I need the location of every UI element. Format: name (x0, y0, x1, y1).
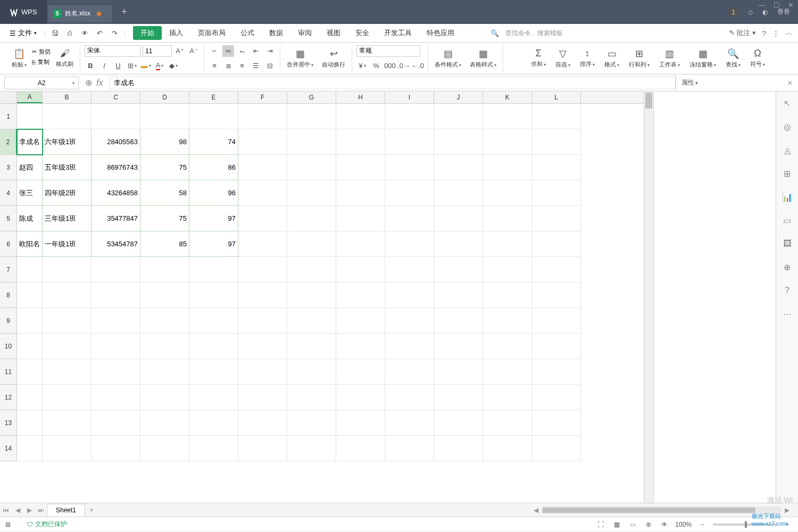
font-color-button[interactable]: A (154, 60, 165, 72)
cell-A5[interactable]: 陈成 (17, 206, 43, 231)
cell-A1[interactable] (17, 104, 43, 129)
merge-center-button[interactable]: ▦合并居中 (285, 48, 315, 69)
column-header-J[interactable]: J (434, 92, 483, 103)
cell-J7[interactable] (434, 257, 483, 282)
more-tools-icon[interactable]: ⋯ (781, 307, 794, 320)
status-mode-icon[interactable]: ⊞ (5, 521, 11, 528)
cell-L13[interactable] (532, 410, 581, 436)
cell-I13[interactable] (385, 410, 434, 436)
freeze-panes-button[interactable]: ▦冻结窗格 (687, 48, 718, 69)
save-icon[interactable]: 🖫 (49, 27, 61, 39)
zoom-value[interactable]: 100% (675, 521, 692, 528)
cell-K4[interactable] (483, 180, 532, 206)
annotate-button[interactable]: ✎ 批注 ▾ (729, 28, 756, 38)
print-preview-icon[interactable]: 👁 (79, 27, 90, 39)
cell-G5[interactable] (287, 206, 336, 231)
sheet-tab-active[interactable]: Sheet1 (47, 504, 85, 516)
first-sheet-icon[interactable]: ⏮ (0, 504, 12, 516)
menu-tab-0[interactable]: 开始 (133, 26, 162, 40)
row-header-2[interactable]: 2 (0, 129, 17, 155)
cell-E14[interactable] (189, 436, 238, 461)
column-header-F[interactable]: F (238, 92, 287, 103)
cell-B13[interactable] (43, 410, 92, 436)
cell-C12[interactable] (92, 385, 140, 410)
style-icon[interactable]: ◎ (781, 120, 794, 133)
cell-G11[interactable] (287, 359, 336, 385)
cell-F14[interactable] (238, 436, 287, 461)
cell-I5[interactable] (385, 206, 434, 231)
cell-B7[interactable] (43, 257, 92, 282)
cell-L6[interactable] (532, 231, 581, 257)
redo-icon[interactable]: ↷ (109, 27, 120, 39)
align-right-icon[interactable]: ≡ (236, 60, 248, 72)
cell-H14[interactable] (336, 436, 385, 461)
row-header-13[interactable]: 13 (0, 410, 17, 436)
cell-I10[interactable] (385, 334, 434, 359)
row-header-14[interactable]: 14 (0, 436, 17, 461)
cell-G2[interactable] (287, 129, 336, 155)
highlight-button[interactable]: ◆ (168, 60, 179, 72)
cell-E12[interactable] (189, 385, 238, 410)
distribute-icon[interactable]: ⊟ (264, 60, 276, 72)
cell-B2[interactable]: 六年级1班 (43, 129, 92, 155)
cell-A10[interactable] (17, 334, 43, 359)
cell-L10[interactable] (532, 334, 581, 359)
add-sheet-button[interactable]: + (85, 506, 98, 514)
cell-B10[interactable] (43, 334, 92, 359)
cell-H10[interactable] (336, 334, 385, 359)
copy-button[interactable]: ⎘复制 (32, 58, 51, 66)
skin-icon[interactable]: ◇ (748, 9, 753, 16)
column-header-I[interactable]: I (385, 92, 434, 103)
window-maximize-icon[interactable]: ☐ (774, 1, 780, 9)
row-header-5[interactable]: 5 (0, 206, 17, 231)
align-bottom-icon[interactable]: ⌙ (236, 45, 248, 57)
cell-H6[interactable] (336, 231, 385, 257)
cell-E6[interactable]: 97 (189, 231, 238, 257)
cell-B11[interactable] (43, 359, 92, 385)
cell-F8[interactable] (238, 282, 287, 308)
sort-button[interactable]: ↕排序 (578, 48, 597, 69)
effects-icon[interactable]: ◬ (781, 144, 794, 156)
cell-C5[interactable]: 35477847 (92, 206, 140, 231)
row-header-7[interactable]: 7 (0, 257, 17, 282)
cell-I1[interactable] (385, 104, 434, 129)
cell-C14[interactable] (92, 436, 140, 461)
cell-K7[interactable] (483, 257, 532, 282)
collapse-ribbon-icon[interactable]: ︿ (786, 28, 793, 38)
border-button[interactable]: ⊞ (126, 60, 138, 72)
cell-A14[interactable] (17, 436, 43, 461)
menu-tab-3[interactable]: 公式 (233, 25, 262, 41)
cell-D3[interactable]: 75 (140, 155, 189, 180)
cell-B5[interactable]: 三年级1班 (43, 206, 92, 231)
name-box[interactable]: A2 (4, 77, 79, 89)
menu-tab-1[interactable]: 插入 (162, 25, 190, 41)
help-sidebar-icon[interactable]: ? (781, 284, 794, 297)
cell-G6[interactable] (287, 231, 336, 257)
cell-F6[interactable] (238, 231, 287, 257)
next-sheet-icon[interactable]: ▶ (23, 504, 35, 516)
row-header-9[interactable]: 9 (0, 308, 17, 334)
cell-B8[interactable] (43, 282, 92, 308)
cell-J1[interactable] (434, 104, 483, 129)
cell-F9[interactable] (238, 308, 287, 334)
file-tab[interactable]: S 姓名.xlsx (48, 5, 112, 22)
cell-K13[interactable] (483, 410, 532, 436)
column-header-B[interactable]: B (43, 92, 92, 103)
increase-indent-icon[interactable]: ⇥ (264, 45, 276, 57)
reading-view-icon[interactable]: 👁 (659, 519, 670, 530)
menu-tab-7[interactable]: 安全 (348, 25, 377, 41)
cell-C8[interactable] (92, 282, 140, 308)
cell-I9[interactable] (385, 308, 434, 334)
window-close-icon[interactable]: ✕ (788, 1, 794, 9)
cell-I14[interactable] (385, 436, 434, 461)
cell-L5[interactable] (532, 206, 581, 231)
vertical-scrollbar[interactable] (644, 92, 653, 503)
justify-icon[interactable]: ☰ (250, 60, 262, 72)
cell-I8[interactable] (385, 282, 434, 308)
format-painter-button[interactable]: 🖌格式刷 (54, 48, 76, 69)
window-minimize-icon[interactable]: — (759, 1, 766, 9)
cell-G12[interactable] (287, 385, 336, 410)
cell-D7[interactable] (140, 257, 189, 282)
cell-K11[interactable] (483, 359, 532, 385)
cell-E10[interactable] (189, 334, 238, 359)
